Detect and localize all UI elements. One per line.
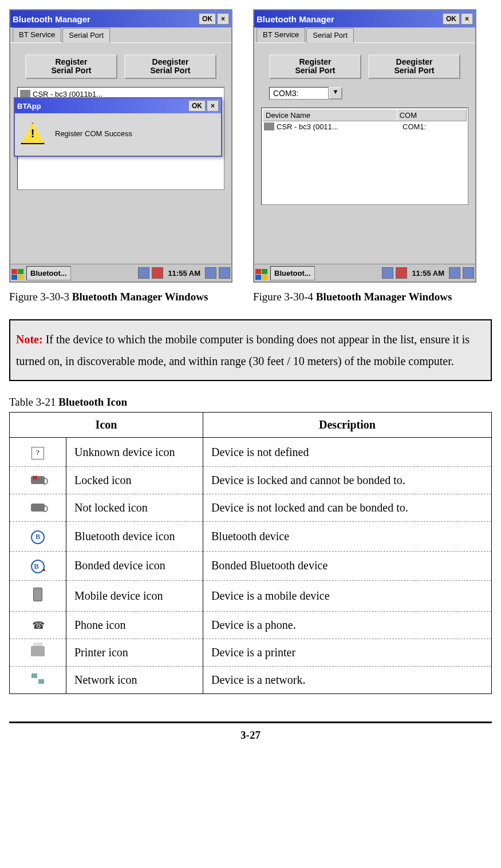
left-ok-button[interactable]: OK: [199, 13, 216, 25]
list-item[interactable]: CSR - bc3 (0011... COM1:: [263, 121, 467, 132]
taskbar-app-button[interactable]: Bluetoot...: [26, 266, 71, 280]
table-row: B Bluetooth device icon Bluetooth device: [10, 522, 492, 552]
printer-icon: [31, 646, 45, 656]
tray-icon-1[interactable]: [138, 267, 149, 279]
dialog-close-button[interactable]: ×: [207, 100, 219, 112]
tray-icon-1[interactable]: [382, 267, 393, 279]
chevron-down-icon[interactable]: ▼: [329, 87, 342, 100]
dialog-titlebar: BTApp OK ×: [15, 98, 221, 113]
table-row: B Bonded device icon Bonded Bluetooth de…: [10, 551, 492, 581]
right-caption: Figure 3-30-4 Bluetooth Manager Windows: [253, 291, 452, 303]
note-label: Note:: [16, 333, 43, 346]
header-icon: Icon: [10, 413, 203, 438]
header-description: Description: [203, 413, 492, 438]
unknown-icon: ?: [31, 447, 44, 459]
right-close-button[interactable]: ×: [461, 13, 473, 25]
table-row: Locked icon Device is locked and cannot …: [10, 467, 492, 494]
tray-icon-4[interactable]: [463, 267, 474, 279]
right-tabs: BT Service Serial Port: [254, 27, 475, 43]
tray-icon-2[interactable]: [396, 267, 407, 279]
figure-left-block: Bluetooth Manager OK × BT Service Serial…: [9, 9, 232, 303]
left-dialog: BTApp OK × ! Register COM Success: [14, 97, 222, 157]
com-select[interactable]: COM3: ▼: [269, 87, 460, 100]
table-caption: Table 3-21 Bluetooth Icon: [9, 396, 492, 409]
register-button[interactable]: Register Serial Port: [25, 54, 117, 79]
taskbar-clock: 11:55 AM: [409, 269, 447, 278]
table-row: Network icon Device is a network.: [10, 667, 492, 694]
right-body: Register Serial Port Deegister Serial Po…: [254, 43, 475, 266]
start-icon[interactable]: [11, 267, 24, 279]
com-select-value: COM3:: [269, 87, 329, 100]
table-row: ? Unknown device icon Device is not defi…: [10, 438, 492, 467]
bluetooth-icon-table: Icon Description ? Unknown device icon D…: [9, 412, 492, 694]
right-device-list[interactable]: Device Name COM CSR - bc3 (0011... COM1:: [261, 108, 468, 205]
left-close-button[interactable]: ×: [217, 13, 229, 25]
note-text: If the device to which the mobile comput…: [16, 333, 470, 367]
warning-icon: !: [21, 122, 45, 144]
bluetooth-device-icon: B: [31, 530, 45, 544]
dialog-title-text: BTApp: [17, 102, 41, 110]
dialog-ok-button[interactable]: OK: [188, 100, 206, 112]
locked-icon: [31, 476, 45, 484]
left-titlebar: Bluetooth Manager OK ×: [10, 10, 231, 27]
mobile-device-icon: [33, 588, 42, 601]
left-screenshot: Bluetooth Manager OK × BT Service Serial…: [9, 9, 232, 283]
right-taskbar: Bluetoot... 11:55 AM: [254, 264, 475, 282]
phone-icon: [32, 619, 44, 630]
col-device-name[interactable]: Device Name: [263, 110, 397, 121]
device-icon: [264, 122, 274, 130]
tab-bt-service[interactable]: BT Service: [13, 27, 61, 42]
page-number: 3-27: [240, 729, 261, 741]
tray-icon-3[interactable]: [449, 267, 460, 279]
figure-right-block: Bluetooth Manager OK × BT Service Serial…: [253, 9, 476, 303]
left-title-text: Bluetooth Manager: [13, 14, 90, 24]
figures-row: Bluetooth Manager OK × BT Service Serial…: [9, 9, 492, 303]
left-tabs: BT Service Serial Port: [10, 27, 231, 43]
register-button-r[interactable]: Register Serial Port: [269, 54, 361, 79]
deregister-button-r[interactable]: Deegister Serial Port: [368, 54, 460, 79]
right-title-text: Bluetooth Manager: [257, 14, 334, 24]
tray-icon-4[interactable]: [219, 267, 230, 279]
tab-bt-service-r[interactable]: BT Service: [257, 27, 305, 42]
note-box: Note: If the device to which the mobile …: [9, 319, 492, 381]
taskbar-app-button[interactable]: Bluetoot...: [270, 266, 315, 280]
right-ok-button[interactable]: OK: [443, 13, 460, 25]
table-row: Printer icon Device is a printer: [10, 639, 492, 667]
left-taskbar: Bluetoot... 11:55 AM: [10, 264, 231, 282]
right-titlebar: Bluetooth Manager OK ×: [254, 10, 475, 27]
table-row: Not locked icon Device is not locked and…: [10, 494, 492, 522]
dialog-message: Register COM Success: [55, 129, 132, 138]
not-locked-icon: [31, 504, 45, 512]
bonded-device-icon: B: [31, 560, 45, 573]
right-screenshot: Bluetooth Manager OK × BT Service Serial…: [253, 9, 476, 283]
table-row: Mobile device icon Device is a mobile de…: [10, 581, 492, 612]
page-footer: 3-27: [9, 722, 492, 742]
left-caption: Figure 3-30-3 Bluetooth Manager Windows: [9, 291, 208, 303]
tab-serial-port[interactable]: Serial Port: [62, 28, 110, 43]
tray-icon-3[interactable]: [205, 267, 216, 279]
start-icon[interactable]: [255, 267, 268, 279]
deregister-button[interactable]: Deegister Serial Port: [124, 54, 216, 79]
tab-serial-port-r[interactable]: Serial Port: [306, 28, 354, 43]
network-icon: [31, 673, 44, 684]
list-header: Device Name COM: [263, 109, 467, 121]
table-row: Phone icon Device is a phone.: [10, 612, 492, 639]
taskbar-clock: 11:55 AM: [165, 269, 203, 278]
col-com[interactable]: COM: [397, 110, 466, 121]
tray-icon-2[interactable]: [152, 267, 163, 279]
